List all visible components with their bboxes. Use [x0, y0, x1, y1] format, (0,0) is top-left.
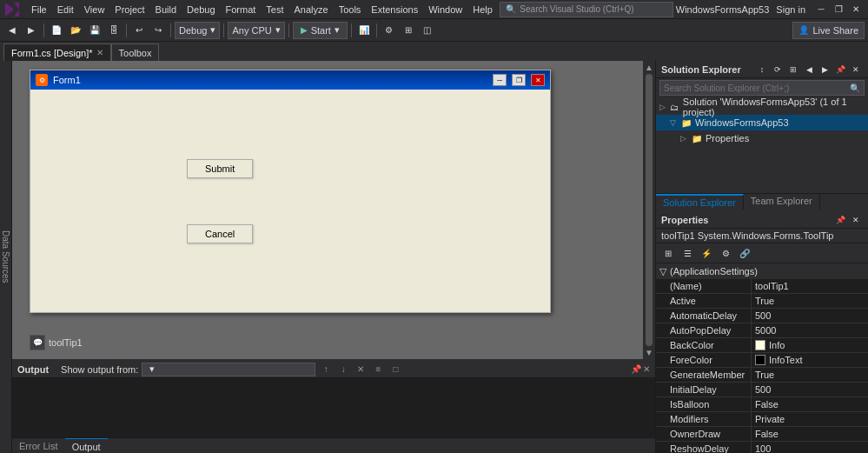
- search-box[interactable]: 🔍 Search Visual Studio (Ctrl+Q): [500, 2, 673, 17]
- cancel-button[interactable]: Cancel: [187, 224, 253, 243]
- tab-form-design[interactable]: Form1.cs [Design]* ✕: [3, 43, 111, 61]
- sol-btn6[interactable]: 📌: [833, 63, 847, 77]
- menu-extensions[interactable]: Extensions: [366, 0, 423, 19]
- center-pane: ⚙ Form1 ─ ❐ ✕ Submit Cancel 💬 toolTip1 ▲: [12, 61, 655, 453]
- props-pin[interactable]: 📌: [833, 213, 847, 227]
- sep3: [170, 23, 171, 37]
- output-close[interactable]: ✕: [643, 364, 650, 374]
- sol-btn3[interactable]: ⊞: [786, 63, 800, 77]
- toolbar-save[interactable]: 💾: [86, 22, 103, 39]
- toolbar-btn-misc3[interactable]: ◫: [419, 22, 436, 39]
- prop-row[interactable]: AutoPopDelay5000: [656, 323, 868, 338]
- live-share[interactable]: 👤 Live Share: [792, 22, 865, 39]
- menu-debug[interactable]: Debug: [182, 0, 220, 19]
- scroll-up[interactable]: ▲: [645, 61, 653, 72]
- prop-toolbar-btn4[interactable]: ⚙: [717, 245, 734, 261]
- output-pin[interactable]: 📌: [631, 364, 641, 374]
- output-btn3[interactable]: ✕: [354, 363, 368, 376]
- submit-button[interactable]: Submit: [187, 159, 253, 178]
- menu-test[interactable]: Test: [261, 0, 288, 19]
- prop-row[interactable]: AutomaticDelay500: [656, 309, 868, 323]
- prop-row[interactable]: ForeColorInfoText: [656, 353, 868, 368]
- sol-btn4[interactable]: ◀: [802, 63, 816, 77]
- prop-row[interactable]: BackColorInfo: [656, 338, 868, 353]
- sol-btn1[interactable]: ↕: [755, 63, 769, 77]
- tree-properties[interactable]: ▷ 📁 Properties: [656, 130, 868, 146]
- menu-help[interactable]: Help: [467, 0, 498, 19]
- toolbar-btn-misc1[interactable]: ⚙: [381, 22, 398, 39]
- menu-window[interactable]: Window: [423, 0, 467, 19]
- v-scrollbar[interactable]: ▲ ▼: [643, 61, 655, 359]
- tab-form-design-close[interactable]: ✕: [96, 48, 103, 57]
- prop-toolbar-btn5[interactable]: 🔗: [736, 245, 753, 261]
- designer-area[interactable]: ⚙ Form1 ─ ❐ ✕ Submit Cancel 💬 toolTip1 ▲: [12, 61, 655, 359]
- prop-toolbar-btn3[interactable]: ⚡: [698, 245, 715, 261]
- color-swatch: [755, 355, 765, 365]
- window-minimize[interactable]: ─: [812, 3, 830, 16]
- menu-format[interactable]: Format: [221, 0, 262, 19]
- menu-edit[interactable]: Edit: [52, 0, 79, 19]
- toolbar-btn-misc2[interactable]: ⊞: [400, 22, 417, 39]
- props-close[interactable]: ✕: [849, 213, 863, 227]
- window-restore[interactable]: ❐: [830, 3, 847, 16]
- output-tab[interactable]: Output: [65, 438, 108, 454]
- prop-row[interactable]: ModifiersPrivate: [656, 412, 868, 427]
- scroll-down[interactable]: ▼: [645, 348, 653, 359]
- prop-value: 500: [752, 384, 868, 395]
- prop-row[interactable]: GenerateMemberTrue: [656, 368, 868, 383]
- debug-config-dropdown[interactable]: Debug ▾: [175, 22, 220, 39]
- prop-row[interactable]: ReshowDelay100: [656, 442, 868, 453]
- prop-row[interactable]: InitialDelay500: [656, 383, 868, 397]
- output-btn2[interactable]: ↓: [336, 363, 350, 376]
- menu-view[interactable]: View: [79, 0, 110, 19]
- toolbar-back[interactable]: ◀: [3, 22, 21, 39]
- tab-toolbox[interactable]: Toolbox: [111, 43, 160, 61]
- prop-toolbar-btn2[interactable]: ☰: [679, 245, 696, 261]
- menu-project[interactable]: Project: [109, 0, 149, 19]
- menu-build[interactable]: Build: [150, 0, 182, 19]
- scroll-thumb[interactable]: [646, 74, 653, 346]
- platform-dropdown[interactable]: Any CPU ▾: [228, 22, 284, 39]
- toolbar-undo[interactable]: ↩: [130, 22, 148, 39]
- show-output-label: Show output from:: [61, 364, 138, 375]
- output-btn5[interactable]: □: [388, 363, 402, 376]
- sign-in[interactable]: Sign in: [776, 4, 805, 15]
- prop-row[interactable]: OwnerDrawFalse: [656, 427, 868, 442]
- window-close[interactable]: ✕: [847, 3, 865, 16]
- prop-row[interactable]: ActiveTrue: [656, 294, 868, 309]
- output-source-dropdown[interactable]: ▾: [142, 363, 315, 376]
- toolbar-redo[interactable]: ↪: [149, 22, 167, 39]
- form-close[interactable]: ✕: [531, 74, 545, 86]
- toolbar-forward[interactable]: ▶: [23, 22, 40, 39]
- data-sources-sidebar[interactable]: Data Sources: [0, 61, 12, 453]
- toolbar-new[interactable]: 📄: [48, 22, 65, 39]
- menu-analyze[interactable]: Analyze: [289, 0, 334, 19]
- output-body: [12, 378, 655, 437]
- form-restore[interactable]: ❐: [512, 74, 526, 86]
- prop-row[interactable]: (Name)toolTip1: [656, 279, 868, 294]
- properties-title: Properties: [661, 215, 833, 225]
- output-btn4[interactable]: ≡: [371, 363, 385, 376]
- toolbar-open[interactable]: 📂: [67, 22, 84, 39]
- solution-search[interactable]: 🔍: [659, 80, 865, 96]
- sol-btn5[interactable]: ▶: [818, 63, 832, 77]
- start-button[interactable]: ▶ Start ▾: [293, 22, 348, 39]
- prop-toolbar-btn1[interactable]: ⊞: [659, 245, 677, 261]
- prop-name: GenerateMember: [656, 368, 752, 382]
- sol-btn2[interactable]: ⟳: [771, 63, 785, 77]
- toolbar-diag[interactable]: 📊: [355, 22, 373, 39]
- form-minimize[interactable]: ─: [493, 74, 507, 86]
- error-list-tab[interactable]: Error List: [12, 438, 65, 454]
- toolbar-save-all[interactable]: 🗄: [105, 22, 123, 39]
- tree-solution[interactable]: ▷ 🗂 Solution 'WindowsFormsApp53' (1 of 1…: [656, 99, 868, 115]
- solution-explorer-tab[interactable]: Solution Explorer: [656, 194, 744, 210]
- team-explorer-tab[interactable]: Team Explorer: [744, 194, 820, 210]
- menu-tools[interactable]: Tools: [334, 0, 367, 19]
- menu-file[interactable]: File: [26, 0, 52, 19]
- output-btn1[interactable]: ↑: [319, 363, 333, 376]
- solution-search-input[interactable]: [664, 83, 850, 93]
- sol-btn7[interactable]: ✕: [849, 63, 863, 77]
- prop-name: IsBalloon: [656, 397, 752, 411]
- prop-row[interactable]: IsBalloonFalse: [656, 397, 868, 412]
- form-body[interactable]: Submit Cancel: [30, 90, 550, 312]
